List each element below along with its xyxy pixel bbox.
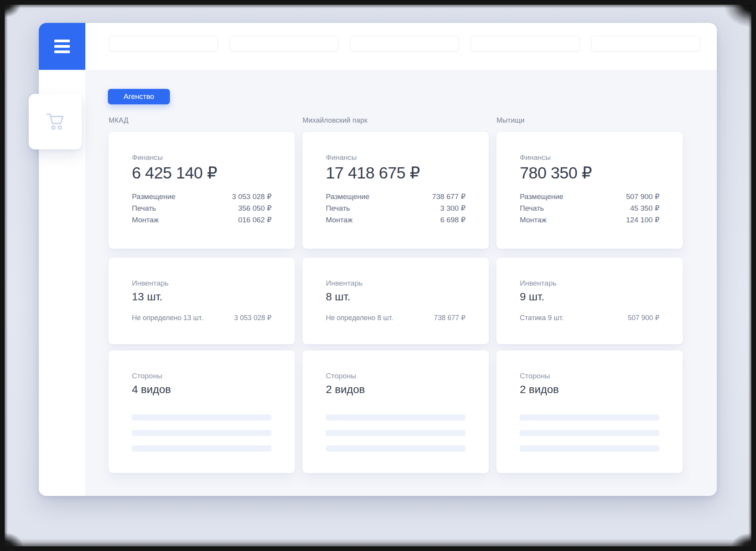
inventory-card: Инвентарь 9 шт. Статика 9 шт. 507 900 ₽ [497,258,683,344]
agency-button[interactable]: Агенство [108,89,170,104]
finance-card: Финансы 17 418 675 ₽ Размещение 738 677 … [303,132,489,249]
finance-row-label: Печать [520,203,544,214]
finance-row: Печать 356 050 ₽ [132,203,272,214]
finance-row: Монтаж 016 062 ₽ [132,214,272,226]
inventory-row-value: 3 053 028 ₽ [234,313,272,322]
inventory-row-label: Не определено 8 шт. [326,313,393,322]
finance-row: Монтаж 6 698 ₽ [326,214,465,226]
card-label: Инвентарь [326,279,465,288]
sides-count: 2 видов [520,383,659,396]
column-title-mikhaylovskiy-park: Михайловский парк [303,116,367,125]
finance-row-label: Монтаж [520,214,547,226]
finance-row-value: 356 050 ₽ [238,203,272,214]
finance-breakdown: Размещение 507 900 ₽ Печать 45 350 ₽ Мон… [520,191,659,226]
finance-row: Размещение 3 053 028 ₽ [132,191,272,203]
finance-row-label: Печать [326,203,350,214]
cart-button[interactable] [29,94,82,149]
finance-row-value: 6 698 ₽ [440,214,465,226]
finance-row-value: 016 062 ₽ [238,214,272,226]
finance-row-label: Монтаж [132,214,159,226]
header-field-4[interactable] [471,36,580,51]
skeleton-bar [326,414,465,421]
inventory-card: Инвентарь 13 шт. Не определено 13 шт. 3 … [109,258,295,344]
skeleton-bar [326,445,465,452]
inventory-row: Статика 9 шт. 507 900 ₽ [520,313,659,322]
finance-row-value: 3 300 ₽ [440,203,465,214]
finance-total: 17 418 675 ₽ [326,164,465,182]
finance-row-label: Печать [132,203,156,214]
inventory-count: 13 шт. [132,290,272,303]
sides-card: Стороны 2 видов [497,350,683,473]
card-label: Финансы [132,153,272,162]
finance-row: Монтаж 124 100 ₽ [520,214,659,226]
card-label: Финансы [326,153,465,162]
card-label: Финансы [520,153,659,162]
inventory-count: 9 шт. [520,290,659,303]
header-field-group [109,36,700,51]
finance-row: Размещение 738 677 ₽ [326,191,465,203]
finance-row-label: Размещение [326,191,369,203]
finance-row-label: Размещение [520,191,563,203]
inventory-row: Не определено 8 шт. 738 677 ₽ [326,313,465,322]
app-window: Агенство МКАД Михайловский парк Мытищи Ф… [39,23,717,496]
finance-row: Печать 45 350 ₽ [520,203,659,214]
finance-row: Размещение 507 900 ₽ [520,191,659,203]
header-field-2[interactable] [230,36,338,51]
skeleton-bar [132,430,272,436]
finance-row-value: 45 350 ₽ [630,203,659,214]
skeleton-bar [520,445,659,452]
skeleton-bar [132,445,272,452]
skeleton-bar-group [326,414,465,452]
finance-row-value: 507 900 ₽ [626,191,659,203]
skeleton-bar [132,414,272,421]
header-field-5[interactable] [592,36,700,51]
sides-card: Стороны 4 видов [109,350,295,473]
finance-total: 780 350 ₽ [520,164,659,182]
menu-button[interactable] [39,23,85,70]
inventory-row-value: 738 677 ₽ [434,313,465,322]
app-header [39,23,717,70]
inventory-card: Инвентарь 8 шт. Не определено 8 шт. 738 … [303,258,489,344]
inventory-row-value: 507 900 ₽ [628,313,659,322]
skeleton-bar [520,430,659,436]
column-title-mytishchi: Мытищи [497,116,524,125]
sides-count: 2 видов [326,383,465,396]
finance-breakdown: Размещение 3 053 028 ₽ Печать 356 050 ₽ … [132,191,272,226]
finance-breakdown: Размещение 738 677 ₽ Печать 3 300 ₽ Монт… [326,191,465,226]
inventory-row: Не определено 13 шт. 3 053 028 ₽ [132,313,272,322]
finance-row-label: Размещение [132,191,175,203]
card-label: Стороны [326,371,465,381]
finance-card: Финансы 6 425 140 ₽ Размещение 3 053 028… [109,132,295,249]
finance-row-value: 124 100 ₽ [626,214,659,226]
skeleton-bar-group [132,414,272,452]
skeleton-bar-group [520,414,659,452]
sides-count: 4 видов [132,383,272,396]
finance-row-label: Монтаж [326,214,353,226]
finance-card: Финансы 780 350 ₽ Размещение 507 900 ₽ П… [497,132,683,249]
inventory-row-label: Статика 9 шт. [520,313,564,322]
cart-icon [45,111,66,132]
header-field-1[interactable] [109,36,218,51]
card-label: Стороны [132,371,272,381]
finance-row-value: 3 053 028 ₽ [232,191,272,203]
header-field-3[interactable] [350,36,459,51]
card-label: Стороны [520,371,659,381]
card-label: Инвентарь [132,279,272,288]
inventory-row-label: Не определено 13 шт. [132,313,203,322]
inventory-count: 8 шт. [326,290,465,303]
hamburger-menu-icon [54,40,70,53]
skeleton-bar [520,414,659,421]
skeleton-bar [326,430,465,436]
finance-total: 6 425 140 ₽ [132,164,272,182]
finance-row-value: 738 677 ₽ [432,191,465,203]
finance-row: Печать 3 300 ₽ [326,203,465,214]
column-title-mkad: МКАД [109,116,128,125]
card-label: Инвентарь [520,279,659,288]
sides-card: Стороны 2 видов [303,350,489,473]
